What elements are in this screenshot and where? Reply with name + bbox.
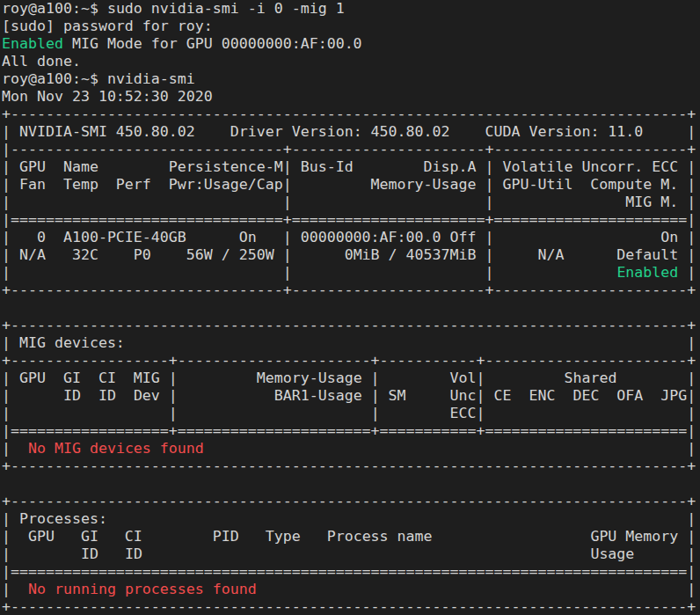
spacer [142, 545, 591, 562]
terminal-text: | [687, 440, 696, 457]
ecc-state: On | [660, 229, 696, 245]
spacer [98, 158, 169, 175]
terminal-text: | [2, 387, 11, 404]
terminal-output: roy@a100:~$ sudo nvidia-smi -i 0 -mig 1[… [0, 0, 700, 615]
terminal-text: | GPU GI CI MIG | [2, 370, 178, 386]
smi-version: | NVIDIA-SMI 450.80.02 [2, 123, 195, 140]
terminal-text: BAR1-Usage | SM [274, 387, 406, 404]
spacer [380, 405, 450, 421]
mig-table-border-top: +---------------------------------------… [2, 317, 700, 334]
terminal-text: Persistence-M| Bus-Id [169, 158, 354, 175]
spacer [292, 194, 485, 210]
terminal-text: [sudo] password for roy: [2, 18, 213, 34]
no-processes-message: No running processes found [28, 581, 257, 597]
mig-mode-enabled: Enabled [616, 264, 678, 281]
mig-mode-result: Enabled MIG Mode for GPU 00000000:AF:00.… [2, 35, 700, 53]
terminal-text: | [687, 334, 696, 351]
gpu-table-header-row-3: | | | MIG M. | [2, 194, 700, 211]
gpu-table-header-row-1: | GPU Name Persistence-M| Bus-Id Disp.A … [2, 158, 700, 176]
spacer [257, 581, 688, 597]
proc-table-border-top: +---------------------------------------… [2, 493, 700, 510]
spacer [107, 510, 687, 527]
spacer [643, 123, 687, 140]
border-rule: +---------------------------------------… [2, 317, 696, 333]
terminal-text: ID ID Dev | [63, 387, 178, 404]
terminal-text: | [283, 264, 292, 281]
terminal-text: | [687, 545, 696, 562]
spacer [292, 176, 371, 193]
terminal-text: MIG M. | [625, 194, 696, 210]
terminal-text: Memory-Usage | [257, 370, 380, 386]
proc-table-border-bottom: +---------------------------------------… [2, 598, 700, 615]
terminal-text: | [2, 581, 28, 597]
proc-table-header-row-2: | ID ID Usage | [2, 545, 700, 563]
spacer [178, 370, 257, 386]
all-done-message: All done. [2, 53, 700, 70]
terminal-text: Shared [564, 370, 616, 386]
terminal-text: | [2, 405, 11, 421]
spacer [380, 370, 450, 386]
terminal-text: | Processes: [2, 510, 107, 527]
terminal-text: | [485, 194, 494, 210]
terminal-text: | [687, 370, 696, 386]
spacer [186, 229, 239, 245]
gpu-table-border-top: +---------------------------------------… [2, 106, 700, 123]
proc-table-title: | Processes: | [2, 510, 700, 528]
terminal-text: | [687, 405, 696, 421]
spacer [11, 264, 283, 281]
terminal-text: | [169, 405, 178, 421]
spacer [564, 246, 616, 263]
driver-version: Driver Version: 450.80.02 [230, 123, 450, 140]
mig-table-header-row-1: | GPU GI CI MIG | Memory-Usage | Vol| Sh… [2, 370, 700, 387]
spacer [11, 405, 169, 421]
mig-table-header-row-3: | | | ECC| | [2, 405, 700, 422]
mig-table-border-bottom: +---------------------------------------… [2, 458, 700, 475]
spacer [354, 158, 424, 175]
spacer [125, 334, 687, 351]
border-rule: +---------------------------------------… [2, 598, 696, 615]
terminal-text: | [2, 194, 11, 210]
gpu-table-border-bottom: +-------------------------------+-------… [2, 282, 700, 299]
prompt: roy@a100:~$ [2, 0, 107, 17]
terminal-text: | [687, 510, 696, 527]
gpu-table-title: | NVIDIA-SMI 450.80.02 Driver Version: 4… [2, 123, 700, 141]
cuda-version: CUDA Version: 11.0 [485, 123, 644, 140]
terminal-text: | Fan Temp Perf Pwr:Usage/Cap| [2, 176, 292, 193]
terminal-text: MIG Mode for GPU 00000000:AF:00.0 [63, 35, 362, 52]
gpu-name: | 0 A100-PCIE-40GB [2, 229, 186, 245]
spacer [494, 194, 626, 210]
gpu-row-2: | N/A 32C P0 56W / 250W | 0MiB / 40537Mi… [2, 246, 700, 264]
terminal-text: Vol| [450, 370, 485, 386]
terminal-text: | GPU Name [2, 158, 98, 175]
spacer [493, 229, 660, 245]
spacer [292, 246, 345, 263]
terminal-text: | [2, 440, 28, 457]
border-rule: +---------------------------------------… [2, 458, 696, 474]
blank-line [2, 475, 700, 493]
terminal-text: | MIG devices: [2, 334, 125, 351]
prompt: roy@a100:~$ [2, 70, 107, 87]
gpu-table-header-rule: |===============================+=======… [2, 211, 700, 229]
border-rule: |===============================+=======… [2, 211, 696, 228]
date-line: Mon Nov 23 10:52:30 2020 [2, 88, 700, 106]
gpu-row-1: | 0 A100-PCIE-40GB On | 00000000:AF:00.0… [2, 229, 700, 246]
terminal-text: | [2, 264, 11, 281]
terminal-text: | [371, 405, 380, 421]
gpu-stats: | N/A 32C P0 56W / 250W | [2, 246, 292, 263]
terminal-screen[interactable]: roy@a100:~$ sudo nvidia-smi -i 0 -mig 1[… [0, 0, 700, 615]
proc-table-header-rule: |=======================================… [2, 563, 700, 581]
mig-table-col-sep: +------------------+--------------------… [2, 352, 700, 370]
spacer [450, 123, 485, 140]
terminal-text: Unc| CE ENC DEC OFA JPG| [450, 387, 696, 404]
mig-table-header-rule: |==================+====================… [2, 422, 700, 440]
mig-table-header-row-2: | ID ID Dev | BAR1-Usage | SM Unc| CE EN… [2, 387, 700, 405]
terminal-text: | [485, 264, 494, 281]
mig-no-devices-row: | No MIG devices found | [2, 440, 700, 458]
sudo-password-prompt: [sudo] password for roy: [2, 18, 700, 35]
terminal-text: | [2, 545, 11, 562]
terminal-text: Usage [590, 545, 634, 562]
border-rule: |-------------------------------+-------… [2, 141, 696, 157]
memory-usage: 0MiB / 40537MiB | N/A [345, 246, 565, 263]
mig-table-title: | MIG devices: | [2, 334, 700, 352]
proc-no-processes-row: | No running processes found | [2, 581, 700, 598]
